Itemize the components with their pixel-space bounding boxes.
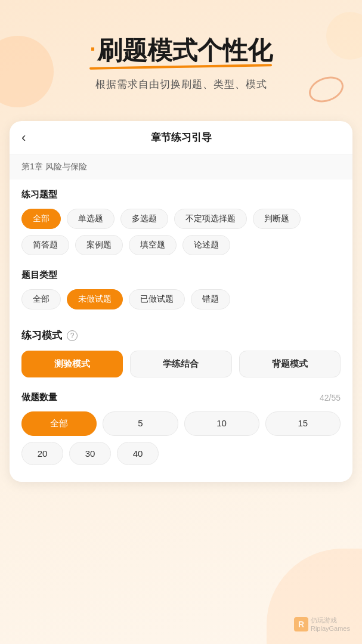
count-grid-row1: 全部 5 10 15 bbox=[21, 411, 341, 436]
count-option-40[interactable]: 40 bbox=[117, 442, 159, 465]
count-label: 做题数量 bbox=[21, 392, 57, 403]
exercise-type-tags: 全部 单选题 多选题 不定项选择题 判断题 简答题 案例题 填空题 论述题 bbox=[21, 209, 341, 255]
count-value: 42/55 bbox=[320, 393, 341, 402]
exercise-tag-5[interactable]: 简答题 bbox=[21, 235, 69, 255]
question-type-title: 题目类型 bbox=[21, 270, 341, 281]
watermark-text: 仍玩游戏RiplayGames bbox=[311, 616, 350, 632]
hero-section: ·刷题模式个性化 根据需求自由切换刷题、类型、模式 bbox=[0, 0, 362, 109]
card-header: ‹ 章节练习引导 bbox=[10, 121, 352, 154]
mode-tag-2[interactable]: 背题模式 bbox=[239, 351, 341, 377]
help-icon[interactable]: ? bbox=[67, 330, 78, 341]
exercise-tag-3[interactable]: 不定项选择题 bbox=[174, 209, 247, 229]
count-option-15[interactable]: 15 bbox=[265, 411, 341, 436]
mode-section-title: 练习模式 bbox=[21, 329, 62, 342]
practice-mode-section: 练习模式 ? 测验模式 学练结合 背题模式 bbox=[10, 319, 352, 382]
exercise-type-section: 练习题型 全部 单选题 多选题 不定项选择题 判断题 简答题 案例题 填空题 论… bbox=[10, 179, 352, 260]
question-type-section: 题目类型 全部 未做试题 已做试题 错题 bbox=[10, 260, 352, 314]
mode-tag-0[interactable]: 测验模式 bbox=[21, 351, 123, 377]
exercise-tag-7[interactable]: 填空题 bbox=[129, 235, 177, 255]
back-button[interactable]: ‹ bbox=[21, 130, 26, 145]
practice-mode-tags: 测验模式 学练结合 背题模式 bbox=[21, 351, 341, 377]
count-option-5[interactable]: 5 bbox=[103, 411, 178, 436]
question-tag-3[interactable]: 错题 bbox=[191, 289, 230, 309]
count-header: 做题数量 42/55 bbox=[21, 392, 341, 403]
question-type-tags: 全部 未做试题 已做试题 错题 bbox=[21, 289, 341, 309]
hero-subtitle: 根据需求自由切换刷题、类型、模式 bbox=[24, 78, 338, 91]
chapter-bar: 第1章 风险与保险 bbox=[10, 154, 352, 179]
count-option-20[interactable]: 20 bbox=[21, 442, 63, 465]
exercise-tag-1[interactable]: 单选题 bbox=[67, 209, 115, 229]
question-tag-2[interactable]: 已做试题 bbox=[129, 289, 185, 309]
mode-section-header: 练习模式 ? bbox=[21, 329, 341, 342]
count-section: 做题数量 42/55 全部 5 10 15 20 30 40 bbox=[10, 382, 352, 470]
mode-tag-1[interactable]: 学练结合 bbox=[130, 351, 231, 377]
exercise-tag-4[interactable]: 判断题 bbox=[253, 209, 301, 229]
question-tag-1[interactable]: 未做试题 bbox=[67, 289, 123, 309]
count-option-all[interactable]: 全部 bbox=[21, 411, 97, 436]
main-card: ‹ 章节练习引导 第1章 风险与保险 练习题型 全部 单选题 多选题 不定项选择… bbox=[10, 121, 352, 482]
hero-title: ·刷题模式个性化 bbox=[89, 36, 272, 66]
exercise-type-title: 练习题型 bbox=[21, 189, 341, 200]
count-option-30[interactable]: 30 bbox=[69, 442, 111, 465]
exercise-tag-6[interactable]: 案例题 bbox=[75, 235, 123, 255]
exercise-tag-2[interactable]: 多选题 bbox=[120, 209, 168, 229]
question-tag-0[interactable]: 全部 bbox=[21, 289, 61, 309]
title-underline bbox=[89, 64, 272, 70]
exercise-tag-8[interactable]: 论述题 bbox=[182, 235, 230, 255]
count-grid-row2: 20 30 40 bbox=[21, 442, 341, 465]
watermark: R 仍玩游戏RiplayGames bbox=[294, 616, 350, 632]
header-title: 章节练习引导 bbox=[151, 131, 212, 144]
exercise-tag-0[interactable]: 全部 bbox=[21, 209, 61, 229]
count-option-10[interactable]: 10 bbox=[184, 411, 259, 436]
watermark-icon: R bbox=[294, 617, 308, 631]
